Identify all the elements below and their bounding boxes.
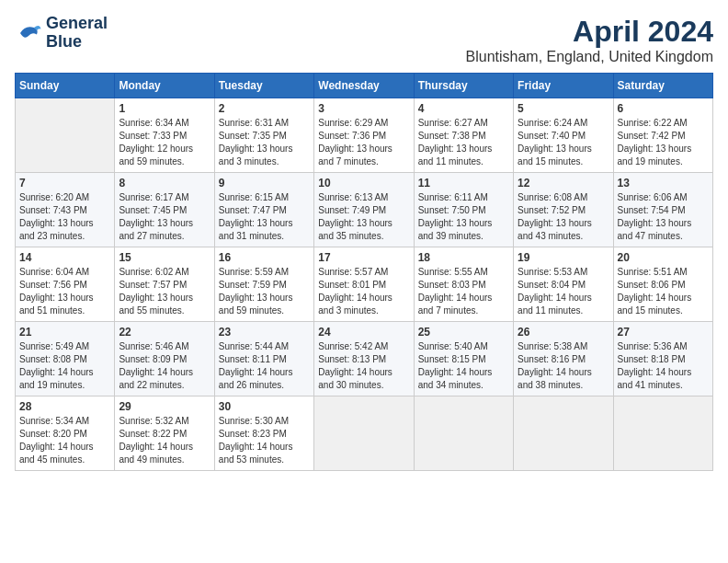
calendar-table: SundayMondayTuesdayWednesdayThursdayFrid… bbox=[15, 73, 713, 471]
day-number: 11 bbox=[418, 177, 509, 190]
day-info: Sunrise: 5:32 AMSunset: 8:22 PMDaylight:… bbox=[119, 415, 210, 466]
day-number: 26 bbox=[518, 326, 609, 339]
calendar-cell: 9Sunrise: 6:15 AMSunset: 7:47 PMDaylight… bbox=[214, 173, 313, 247]
calendar-cell: 11Sunrise: 6:11 AMSunset: 7:50 PMDayligh… bbox=[414, 173, 513, 247]
calendar-cell: 20Sunrise: 5:51 AMSunset: 8:06 PMDayligh… bbox=[613, 247, 712, 322]
day-number: 19 bbox=[518, 251, 609, 264]
day-number: 15 bbox=[119, 251, 210, 264]
month-title: April 2024 bbox=[466, 15, 714, 49]
day-info: Sunrise: 5:40 AMSunset: 8:15 PMDaylight:… bbox=[418, 340, 509, 392]
day-number: 30 bbox=[219, 400, 310, 413]
day-number: 24 bbox=[318, 326, 409, 339]
calendar-body: 1Sunrise: 6:34 AMSunset: 7:33 PMDaylight… bbox=[16, 98, 713, 471]
day-number: 10 bbox=[318, 177, 409, 190]
calendar-cell: 8Sunrise: 6:17 AMSunset: 7:45 PMDaylight… bbox=[115, 173, 214, 247]
day-info: Sunrise: 6:34 AMSunset: 7:33 PMDaylight:… bbox=[119, 117, 210, 168]
day-info: Sunrise: 6:31 AMSunset: 7:35 PMDaylight:… bbox=[219, 117, 310, 168]
page-header: General Blue April 2024 Bluntisham, Engl… bbox=[15, 15, 713, 65]
day-number: 25 bbox=[418, 326, 509, 339]
day-info: Sunrise: 6:06 AMSunset: 7:54 PMDaylight:… bbox=[618, 191, 709, 243]
calendar-cell: 26Sunrise: 5:38 AMSunset: 8:16 PMDayligh… bbox=[514, 322, 613, 396]
day-number: 5 bbox=[518, 102, 609, 115]
day-info: Sunrise: 6:04 AMSunset: 7:56 PMDaylight:… bbox=[19, 266, 110, 317]
calendar-cell bbox=[314, 396, 414, 471]
calendar-cell: 21Sunrise: 5:49 AMSunset: 8:08 PMDayligh… bbox=[16, 322, 115, 396]
day-info: Sunrise: 6:02 AMSunset: 7:57 PMDaylight:… bbox=[119, 266, 210, 317]
day-number: 1 bbox=[119, 102, 210, 115]
calendar-cell: 16Sunrise: 5:59 AMSunset: 7:59 PMDayligh… bbox=[214, 247, 313, 322]
week-row-1: 1Sunrise: 6:34 AMSunset: 7:33 PMDaylight… bbox=[16, 98, 713, 173]
day-number: 3 bbox=[318, 102, 409, 115]
day-info: Sunrise: 5:59 AMSunset: 7:59 PMDaylight:… bbox=[219, 266, 310, 317]
calendar-cell: 14Sunrise: 6:04 AMSunset: 7:56 PMDayligh… bbox=[16, 247, 115, 322]
day-info: Sunrise: 6:27 AMSunset: 7:38 PMDaylight:… bbox=[418, 117, 509, 168]
calendar-cell: 29Sunrise: 5:32 AMSunset: 8:22 PMDayligh… bbox=[115, 396, 214, 471]
calendar-cell: 4Sunrise: 6:27 AMSunset: 7:38 PMDaylight… bbox=[414, 98, 513, 173]
calendar-cell: 15Sunrise: 6:02 AMSunset: 7:57 PMDayligh… bbox=[115, 247, 214, 322]
logo: General Blue bbox=[15, 15, 108, 52]
day-number: 2 bbox=[219, 102, 310, 115]
title-block: April 2024 Bluntisham, England, United K… bbox=[466, 15, 714, 65]
day-number: 12 bbox=[518, 177, 609, 190]
day-number: 29 bbox=[119, 400, 210, 413]
calendar-cell: 28Sunrise: 5:34 AMSunset: 8:20 PMDayligh… bbox=[16, 396, 115, 471]
week-row-3: 14Sunrise: 6:04 AMSunset: 7:56 PMDayligh… bbox=[16, 247, 713, 322]
calendar-cell: 18Sunrise: 5:55 AMSunset: 8:03 PMDayligh… bbox=[414, 247, 513, 322]
calendar-cell: 5Sunrise: 6:24 AMSunset: 7:40 PMDaylight… bbox=[514, 98, 613, 173]
header-wednesday: Wednesday bbox=[314, 74, 414, 98]
day-number: 9 bbox=[219, 177, 310, 190]
day-info: Sunrise: 6:24 AMSunset: 7:40 PMDaylight:… bbox=[518, 117, 609, 168]
header-saturday: Saturday bbox=[613, 74, 712, 98]
day-info: Sunrise: 6:15 AMSunset: 7:47 PMDaylight:… bbox=[219, 191, 310, 243]
day-info: Sunrise: 5:53 AMSunset: 8:04 PMDaylight:… bbox=[518, 266, 609, 317]
day-info: Sunrise: 5:51 AMSunset: 8:06 PMDaylight:… bbox=[618, 266, 709, 317]
day-info: Sunrise: 6:17 AMSunset: 7:45 PMDaylight:… bbox=[119, 191, 210, 243]
day-number: 27 bbox=[618, 326, 709, 339]
day-number: 14 bbox=[19, 251, 110, 264]
calendar-cell: 7Sunrise: 6:20 AMSunset: 7:43 PMDaylight… bbox=[16, 173, 115, 247]
day-number: 23 bbox=[219, 326, 310, 339]
calendar-cell bbox=[613, 396, 712, 471]
day-number: 6 bbox=[618, 102, 709, 115]
day-info: Sunrise: 5:42 AMSunset: 8:13 PMDaylight:… bbox=[318, 340, 409, 392]
day-number: 7 bbox=[19, 177, 110, 190]
day-number: 18 bbox=[418, 251, 509, 264]
calendar-cell bbox=[514, 396, 613, 471]
calendar-cell: 27Sunrise: 5:36 AMSunset: 8:18 PMDayligh… bbox=[613, 322, 712, 396]
calendar-cell: 3Sunrise: 6:29 AMSunset: 7:36 PMDaylight… bbox=[314, 98, 414, 173]
calendar-cell: 25Sunrise: 5:40 AMSunset: 8:15 PMDayligh… bbox=[414, 322, 513, 396]
calendar-cell: 22Sunrise: 5:46 AMSunset: 8:09 PMDayligh… bbox=[115, 322, 214, 396]
calendar-cell: 13Sunrise: 6:06 AMSunset: 7:54 PMDayligh… bbox=[613, 173, 712, 247]
calendar-cell: 30Sunrise: 5:30 AMSunset: 8:23 PMDayligh… bbox=[214, 396, 313, 471]
location: Bluntisham, England, United Kingdom bbox=[466, 49, 714, 65]
calendar-cell: 19Sunrise: 5:53 AMSunset: 8:04 PMDayligh… bbox=[514, 247, 613, 322]
calendar-cell: 1Sunrise: 6:34 AMSunset: 7:33 PMDaylight… bbox=[115, 98, 214, 173]
day-number: 20 bbox=[618, 251, 709, 264]
day-info: Sunrise: 6:20 AMSunset: 7:43 PMDaylight:… bbox=[19, 191, 110, 243]
day-info: Sunrise: 5:38 AMSunset: 8:16 PMDaylight:… bbox=[518, 340, 609, 392]
logo-icon bbox=[15, 19, 42, 47]
day-info: Sunrise: 5:44 AMSunset: 8:11 PMDaylight:… bbox=[219, 340, 310, 392]
day-info: Sunrise: 5:36 AMSunset: 8:18 PMDaylight:… bbox=[618, 340, 709, 392]
calendar-cell: 17Sunrise: 5:57 AMSunset: 8:01 PMDayligh… bbox=[314, 247, 414, 322]
week-row-4: 21Sunrise: 5:49 AMSunset: 8:08 PMDayligh… bbox=[16, 322, 713, 396]
logo-text: General Blue bbox=[46, 15, 108, 52]
calendar-cell: 24Sunrise: 5:42 AMSunset: 8:13 PMDayligh… bbox=[314, 322, 414, 396]
day-info: Sunrise: 5:57 AMSunset: 8:01 PMDaylight:… bbox=[318, 266, 409, 317]
header-thursday: Thursday bbox=[414, 74, 513, 98]
day-info: Sunrise: 6:11 AMSunset: 7:50 PMDaylight:… bbox=[418, 191, 509, 243]
day-number: 8 bbox=[119, 177, 210, 190]
calendar-cell: 23Sunrise: 5:44 AMSunset: 8:11 PMDayligh… bbox=[214, 322, 313, 396]
calendar-cell: 12Sunrise: 6:08 AMSunset: 7:52 PMDayligh… bbox=[514, 173, 613, 247]
day-info: Sunrise: 6:08 AMSunset: 7:52 PMDaylight:… bbox=[518, 191, 609, 243]
day-info: Sunrise: 6:29 AMSunset: 7:36 PMDaylight:… bbox=[318, 117, 409, 168]
day-number: 21 bbox=[19, 326, 110, 339]
day-info: Sunrise: 6:22 AMSunset: 7:42 PMDaylight:… bbox=[618, 117, 709, 168]
header-monday: Monday bbox=[115, 74, 214, 98]
calendar-cell: 10Sunrise: 6:13 AMSunset: 7:49 PMDayligh… bbox=[314, 173, 414, 247]
day-number: 16 bbox=[219, 251, 310, 264]
calendar-cell bbox=[16, 98, 115, 173]
day-number: 13 bbox=[618, 177, 709, 190]
day-info: Sunrise: 5:34 AMSunset: 8:20 PMDaylight:… bbox=[19, 415, 110, 466]
day-number: 22 bbox=[119, 326, 210, 339]
